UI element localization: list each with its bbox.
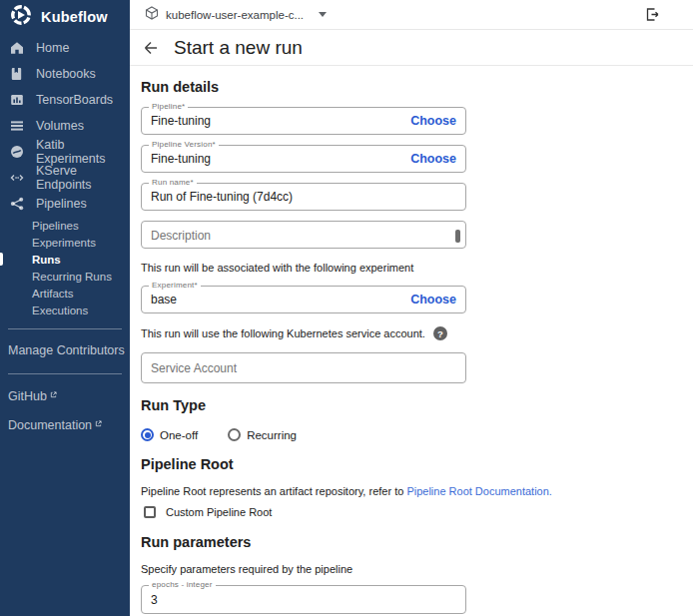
sidebar-item-pipelines[interactable]: Pipelines xyxy=(0,191,130,217)
subnav-item-recurring-runs[interactable]: Recurring Runs xyxy=(0,268,130,285)
run-type-heading: Run Type xyxy=(141,397,693,413)
service-account-placeholder: Service Account xyxy=(151,361,237,375)
back-button[interactable] xyxy=(143,40,159,56)
run-name-field-label: Run name* xyxy=(149,178,197,187)
kubeflow-logo[interactable]: Kubeflow xyxy=(0,0,130,28)
epochs-param-value: 3 xyxy=(151,593,158,607)
custom-pipeline-root-row: Custom Pipeline Root xyxy=(141,506,693,518)
run-details-heading: Run details xyxy=(141,66,693,95)
sidebar-item-tensorboards[interactable]: TensorBoards xyxy=(0,87,130,113)
help-icon[interactable]: ? xyxy=(433,326,447,340)
recurring-radio[interactable] xyxy=(228,428,241,441)
experiment-field[interactable]: Experiment* base Choose xyxy=(141,286,466,313)
kubeflow-logo-icon xyxy=(10,4,32,30)
sidebar-item-label: Volumes xyxy=(36,119,84,133)
chevron-down-icon xyxy=(319,12,327,17)
pipeline-root-description: Pipeline Root represents an artifact rep… xyxy=(141,485,693,497)
back-arrow-icon xyxy=(143,40,159,56)
pipelines-icon xyxy=(10,197,24,211)
pipeline-version-field-label: Pipeline Version* xyxy=(149,140,219,149)
experiment-note: This run will be associated with the fol… xyxy=(141,262,693,274)
sidebar-item-label: Home xyxy=(36,41,69,55)
service-account-note-text: This run will use the following Kubernet… xyxy=(141,327,425,339)
subnav-item-experiments[interactable]: Experiments xyxy=(0,234,130,251)
service-account-note: This run will use the following Kubernet… xyxy=(141,326,693,340)
custom-pipeline-root-checkbox[interactable] xyxy=(144,506,156,518)
sidebar-item-label: Pipelines xyxy=(36,197,87,211)
github-label: GitHub xyxy=(8,389,47,403)
home-icon xyxy=(10,41,24,55)
sidebar-item-label: Katib Experiments xyxy=(36,138,130,166)
pipeline-choose-button[interactable]: Choose xyxy=(410,114,456,128)
experiment-choose-button[interactable]: Choose xyxy=(410,293,456,307)
sidebar-item-notebooks[interactable]: Notebooks xyxy=(0,61,130,87)
logout-button[interactable] xyxy=(645,7,660,22)
external-link-icon xyxy=(50,387,57,401)
subnav-label: Runs xyxy=(32,254,61,266)
github-link[interactable]: GitHub xyxy=(0,389,130,403)
pipeline-root-doc-link[interactable]: Pipeline Root Documentation. xyxy=(406,485,552,497)
volumes-icon xyxy=(10,119,24,133)
experiment-field-value: base xyxy=(151,293,177,307)
recurring-label: Recurring xyxy=(247,429,297,441)
documentation-link[interactable]: Documentation xyxy=(0,418,130,432)
manage-contributors-link[interactable]: Manage Contributors xyxy=(0,337,130,363)
tensorboards-icon xyxy=(10,93,24,107)
sidebar-item-volumes[interactable]: Volumes xyxy=(0,113,130,139)
pipeline-field-label: Pipeline* xyxy=(149,102,188,111)
sidebar-item-home[interactable]: Home xyxy=(0,35,130,61)
pipeline-field[interactable]: Pipeline* Fine-tuning Choose xyxy=(141,107,466,135)
page-header: Start a new run xyxy=(130,30,693,66)
epochs-param-field[interactable]: epochs - integer 3 xyxy=(141,585,466,614)
sidebar-divider xyxy=(8,328,122,329)
logout-icon xyxy=(645,7,660,22)
run-name-field-value: Run of Fine-tuning (7d4cc) xyxy=(151,190,293,204)
logo-text: Kubeflow xyxy=(41,9,108,25)
katib-icon xyxy=(10,145,24,159)
custom-pipeline-root-label: Custom Pipeline Root xyxy=(166,506,272,518)
run-type-options: One-off Recurring xyxy=(141,428,693,441)
one-off-label: One-off xyxy=(160,429,198,441)
namespace-label: kubeflow-user-example-c... xyxy=(166,9,304,21)
pipelines-subnav: Pipelines Experiments Runs Recurring Run… xyxy=(0,217,130,318)
textarea-resize-handle[interactable] xyxy=(455,230,460,243)
external-link-icon xyxy=(95,416,102,430)
sidebar-item-label: Notebooks xyxy=(36,67,96,81)
pipeline-root-description-text: Pipeline Root represents an artifact rep… xyxy=(141,485,406,497)
sidebar-item-label: TensorBoards xyxy=(36,93,113,107)
documentation-label: Documentation xyxy=(8,418,92,432)
subnav-label: Experiments xyxy=(32,237,96,249)
sidebar-item-katib-experiments[interactable]: Katib Experiments xyxy=(0,139,130,165)
pipeline-version-field[interactable]: Pipeline Version* Fine-tuning Choose xyxy=(141,145,466,173)
sidebar-item-kserve-endpoints[interactable]: KServe Endpoints xyxy=(0,165,130,191)
pipeline-field-value: Fine-tuning xyxy=(151,114,211,128)
sidebar-divider xyxy=(8,373,122,374)
run-parameters-note: Specify parameters required by the pipel… xyxy=(141,563,693,575)
subnav-item-executions[interactable]: Executions xyxy=(0,302,130,318)
pipeline-version-choose-button[interactable]: Choose xyxy=(410,152,456,166)
service-account-field[interactable]: Service Account xyxy=(141,352,466,383)
description-field[interactable]: Description xyxy=(141,221,466,249)
subnav-label: Executions xyxy=(32,305,88,316)
subnav-item-artifacts[interactable]: Artifacts xyxy=(0,285,130,302)
notebooks-icon xyxy=(10,67,24,81)
main-area: kubeflow-user-example-c... Start a new r… xyxy=(130,0,693,616)
namespace-selector[interactable]: kubeflow-user-example-c... xyxy=(145,6,327,24)
kserve-icon xyxy=(10,171,24,185)
one-off-radio[interactable] xyxy=(141,428,154,441)
run-name-field[interactable]: Run name* Run of Fine-tuning (7d4cc) xyxy=(141,183,466,211)
page-title: Start a new run xyxy=(174,37,303,59)
subnav-item-runs[interactable]: Runs xyxy=(0,251,130,268)
subnav-label: Artifacts xyxy=(32,288,74,300)
namespace-cube-icon xyxy=(145,6,159,24)
description-placeholder: Description xyxy=(151,229,211,243)
subnav-label: Recurring Runs xyxy=(32,271,112,283)
run-form: Run details Pipeline* Fine-tuning Choose… xyxy=(130,66,693,616)
subnav-item-pipelines[interactable]: Pipelines xyxy=(0,217,130,234)
epochs-param-label: epochs - integer xyxy=(149,580,216,589)
app-window: Kubeflow Home Notebooks TensorBoards xyxy=(0,0,693,616)
sidebar-nav: Home Notebooks TensorBoards Volumes xyxy=(0,35,130,318)
sidebar: Kubeflow Home Notebooks TensorBoards xyxy=(0,0,130,616)
pipeline-version-field-value: Fine-tuning xyxy=(151,152,211,166)
subnav-label: Pipelines xyxy=(32,220,79,232)
